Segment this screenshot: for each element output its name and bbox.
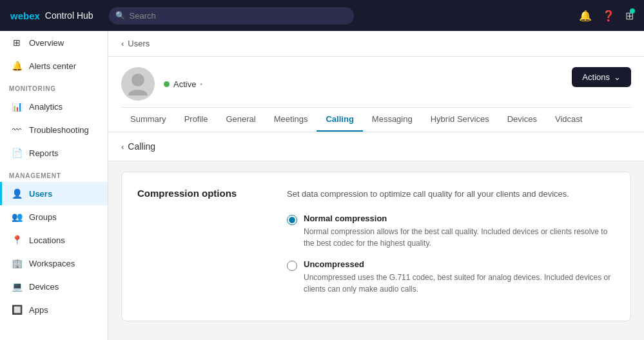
search-icon: 🔍 [115, 11, 125, 20]
actions-button-label: Actions [582, 72, 610, 82]
actions-chevron-icon: ⌄ [614, 72, 621, 82]
search-bar[interactable]: 🔍 [109, 7, 354, 25]
top-nav: webex Control Hub 🔍 🔔 ❓ ⊞ [0, 0, 644, 31]
radio-option-normal: Normal compression Normal compression al… [287, 214, 615, 249]
status-bullet: • [200, 81, 202, 88]
sub-breadcrumb: ‹ Calling [108, 132, 644, 161]
nav-icons: 🔔 ❓ ⊞ [579, 10, 634, 22]
sidebar-label-reports: Reports [29, 148, 59, 158]
sidebar-label-workspaces: Workspaces [29, 259, 75, 268]
radio-normal-sublabel: Normal compression allows for the best c… [304, 226, 615, 249]
sidebar-item-workspaces[interactable]: 🏢 Workspaces [0, 252, 108, 275]
radio-uncompressed[interactable] [287, 261, 297, 271]
compression-section-label: Compression options [137, 188, 266, 305]
apps-sidebar-icon: 🔲 [11, 305, 23, 315]
sidebar-label-alerts: Alerts center [29, 61, 76, 71]
badge-dot [630, 8, 635, 14]
radio-normal-label-group: Normal compression Normal compression al… [304, 214, 615, 249]
sub-breadcrumb-back-icon[interactable]: ‹ [121, 142, 124, 152]
sidebar-label-analytics: Analytics [29, 102, 63, 112]
sidebar-item-alerts[interactable]: 🔔 Alerts center [0, 54, 108, 77]
reports-icon: 📄 [11, 148, 23, 158]
brand-logo: webex [10, 10, 40, 21]
sidebar-item-analytics[interactable]: 📊 Analytics [0, 95, 108, 118]
sidebar-label-troubleshooting: Troubleshooting [29, 125, 89, 135]
sidebar-section-monitoring: Monitoring [0, 77, 108, 95]
troubleshooting-icon: 〰 [11, 125, 23, 135]
locations-icon: 📍 [11, 235, 23, 245]
sidebar-item-overview[interactable]: ⊞ Overview [0, 31, 108, 54]
user-header: Active • Actions ⌄ Summary Profile Gener… [108, 57, 644, 132]
actions-button[interactable]: Actions ⌄ [572, 67, 631, 87]
sidebar-label-devices: Devices [29, 282, 59, 292]
status-dot [164, 81, 170, 87]
sidebar-label-overview: Overview [29, 38, 64, 48]
sidebar-label-locations: Locations [29, 235, 65, 245]
logo-area: webex Control Hub [10, 10, 93, 21]
tab-hybrid-services[interactable]: Hybrid Services [422, 108, 498, 132]
tab-meetings[interactable]: Meetings [265, 108, 317, 132]
user-avatar-area: Active • [121, 67, 202, 101]
radio-uncompressed-label-group: Uncompressed Uncompressed uses the G.711… [304, 259, 615, 295]
workspaces-icon: 🏢 [11, 258, 23, 268]
tab-profile[interactable]: Profile [175, 108, 217, 132]
tab-messaging[interactable]: Messaging [363, 108, 422, 132]
alerts-icon: 🔔 [11, 61, 23, 71]
sidebar-item-troubleshooting[interactable]: 〰 Troubleshooting [0, 118, 108, 141]
radio-uncompressed-sublabel: Uncompressed uses the G.711 codec, best … [304, 272, 615, 295]
sidebar-item-locations[interactable]: 📍 Locations [0, 228, 108, 252]
sidebar-label-users: Users [29, 189, 52, 199]
sidebar-item-users[interactable]: 👤 Users [0, 182, 108, 205]
sidebar-item-groups[interactable]: 👥 Groups [0, 205, 108, 228]
tabs-bar: Summary Profile General Meetings Calling… [121, 107, 631, 132]
overview-icon: ⊞ [11, 37, 23, 48]
sidebar-section-management: Management [0, 165, 108, 182]
app-title: Control Hub [45, 10, 93, 21]
main-layout: ⊞ Overview 🔔 Alerts center Monitoring 📊 … [0, 31, 644, 340]
groups-icon: 👥 [11, 212, 23, 222]
devices-icon: 💻 [11, 281, 23, 292]
tab-general[interactable]: General [217, 108, 264, 132]
apps-icon[interactable]: ⊞ [625, 10, 634, 22]
compression-description: Set data compression to optimize call qu… [287, 188, 615, 201]
radio-normal-label: Normal compression [304, 214, 615, 223]
sidebar-item-apps[interactable]: 🔲 Apps [0, 298, 108, 321]
content-area: ‹ Users Active • [108, 31, 644, 340]
sidebar-label-groups: Groups [29, 212, 57, 222]
tab-devices[interactable]: Devices [498, 108, 546, 132]
tab-calling[interactable]: Calling [317, 108, 362, 132]
tab-summary[interactable]: Summary [121, 108, 175, 132]
avatar [121, 67, 155, 101]
sidebar: ⊞ Overview 🔔 Alerts center Monitoring 📊 … [0, 31, 108, 340]
help-icon[interactable]: ❓ [602, 10, 615, 22]
user-header-top: Active • Actions ⌄ [121, 67, 631, 101]
breadcrumb-back-icon[interactable]: ‹ [121, 39, 124, 48]
users-icon: 👤 [11, 188, 23, 199]
user-status-area: Active • [164, 79, 202, 89]
radio-normal[interactable] [287, 215, 297, 225]
radio-uncompressed-label: Uncompressed [304, 259, 615, 269]
compression-card: Compression options Set data compression… [121, 172, 631, 321]
tab-vidcast[interactable]: Vidcast [546, 108, 591, 132]
radio-option-uncompressed: Uncompressed Uncompressed uses the G.711… [287, 259, 615, 295]
breadcrumb-bar: ‹ Users [108, 31, 644, 57]
compression-row: Compression options Set data compression… [137, 188, 615, 305]
sub-breadcrumb-label: Calling [128, 141, 155, 152]
analytics-icon: 📊 [11, 101, 23, 112]
breadcrumb-label: Users [128, 39, 150, 48]
sidebar-label-apps: Apps [29, 305, 48, 315]
search-input[interactable] [109, 7, 354, 25]
sidebar-item-reports[interactable]: 📄 Reports [0, 141, 108, 165]
user-status: Active • [164, 79, 202, 89]
compression-content: Set data compression to optimize call qu… [287, 188, 615, 305]
notifications-icon[interactable]: 🔔 [579, 10, 592, 22]
svg-point-0 [132, 74, 144, 86]
status-label: Active [173, 79, 196, 89]
sidebar-item-devices[interactable]: 💻 Devices [0, 275, 108, 298]
